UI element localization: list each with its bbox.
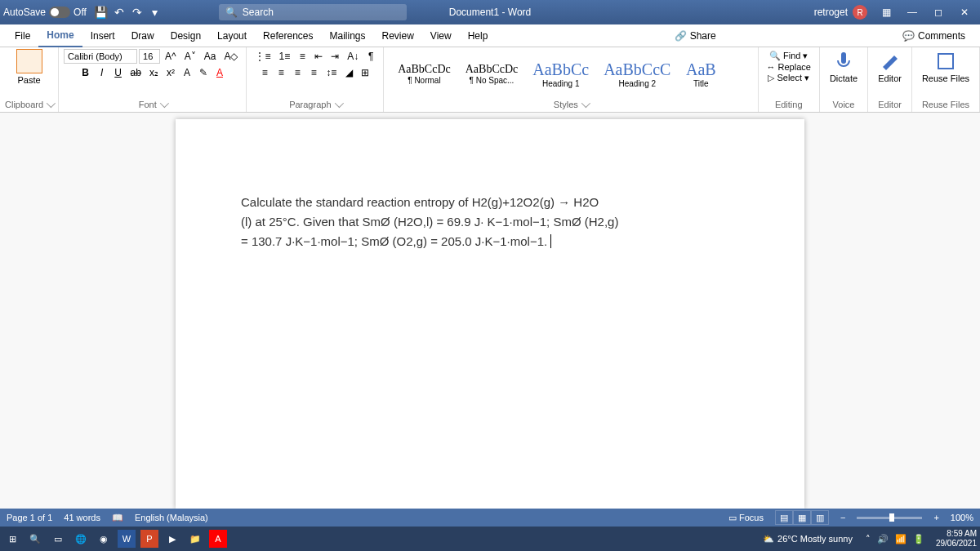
toggle-off-icon[interactable] bbox=[49, 7, 70, 18]
paste-label[interactable]: Paste bbox=[17, 75, 40, 85]
wifi-icon[interactable]: 📶 bbox=[895, 534, 906, 544]
page-indicator[interactable]: Page 1 of 1 bbox=[7, 513, 52, 522]
increase-indent-button[interactable]: ⇥ bbox=[327, 49, 342, 64]
shrink-font-button[interactable]: A˅ bbox=[181, 49, 199, 64]
search-box[interactable]: 🔍 Search bbox=[219, 4, 407, 20]
show-marks-button[interactable]: ¶ bbox=[363, 49, 378, 64]
multilevel-button[interactable]: ≡ bbox=[295, 49, 310, 64]
start-button[interactable]: ⊞ bbox=[3, 530, 21, 548]
align-right-button[interactable]: ≡ bbox=[290, 65, 305, 80]
paste-icon[interactable] bbox=[16, 49, 42, 73]
minimize-icon[interactable]: — bbox=[900, 4, 924, 20]
launcher-icon[interactable] bbox=[160, 99, 169, 108]
borders-button[interactable]: ⊞ bbox=[358, 65, 372, 80]
text-effects-button[interactable]: A bbox=[180, 65, 194, 80]
style-title[interactable]: AaBTitle bbox=[679, 56, 722, 92]
reuse-files-button[interactable]: Reuse Files bbox=[917, 49, 974, 99]
read-mode-icon[interactable]: ▤ bbox=[775, 510, 793, 525]
ribbon-options-icon[interactable]: ▦ bbox=[874, 4, 898, 20]
task-view-icon[interactable]: ▭ bbox=[49, 530, 67, 548]
align-center-button[interactable]: ≡ bbox=[274, 65, 288, 80]
editor-button[interactable]: Editor bbox=[873, 49, 906, 99]
explorer-icon[interactable]: 📁 bbox=[186, 530, 204, 548]
document-area[interactable]: Calculate the standard reaction entropy … bbox=[0, 113, 980, 509]
page[interactable]: Calculate the standard reaction entropy … bbox=[176, 119, 804, 509]
tab-layout[interactable]: Layout bbox=[209, 25, 255, 47]
close-icon[interactable]: ✕ bbox=[952, 4, 977, 20]
style--normal[interactable]: AaBbCcDc¶ Normal bbox=[392, 59, 457, 89]
tab-review[interactable]: Review bbox=[374, 25, 422, 47]
chrome-icon[interactable]: ◉ bbox=[95, 530, 113, 548]
battery-icon[interactable]: 🔋 bbox=[913, 534, 924, 544]
zoom-level[interactable]: 100% bbox=[951, 513, 973, 522]
spell-check-icon[interactable]: 📖 bbox=[112, 513, 123, 523]
web-layout-icon[interactable]: ▥ bbox=[811, 510, 829, 525]
zoom-in-button[interactable]: + bbox=[933, 513, 938, 522]
zoom-slider[interactable] bbox=[857, 517, 922, 519]
dictate-button[interactable]: Dictate bbox=[825, 49, 862, 99]
strike-button[interactable]: ab bbox=[127, 65, 145, 80]
underline-button[interactable]: U bbox=[111, 65, 126, 80]
launcher-icon[interactable] bbox=[47, 99, 56, 108]
tab-mailings[interactable]: Mailings bbox=[321, 25, 373, 47]
style--no-spac-[interactable]: AaBbCcDc¶ No Spac... bbox=[460, 59, 524, 89]
style-heading-1[interactable]: AaBbCcHeading 1 bbox=[527, 56, 595, 92]
acrobat-icon[interactable]: A bbox=[209, 530, 227, 548]
share-button[interactable]: 🔗 Share bbox=[666, 27, 724, 45]
autosave-toggle[interactable]: AutoSave Off bbox=[3, 7, 87, 18]
redo-icon[interactable]: ↷ bbox=[129, 4, 145, 20]
user-account[interactable]: retroget R bbox=[814, 5, 867, 20]
bullets-button[interactable]: ⋮≡ bbox=[252, 49, 274, 64]
launcher-icon[interactable] bbox=[334, 99, 343, 108]
replace-button[interactable]: ↔ Replace bbox=[767, 62, 811, 72]
clock[interactable]: 8:59 AM 29/06/2021 bbox=[936, 529, 977, 549]
tab-references[interactable]: References bbox=[255, 25, 321, 47]
superscript-button[interactable]: x² bbox=[163, 65, 178, 80]
decrease-indent-button[interactable]: ⇤ bbox=[311, 49, 326, 64]
print-layout-icon[interactable]: ▦ bbox=[793, 510, 811, 525]
sort-button[interactable]: A↓ bbox=[344, 49, 362, 64]
tab-file[interactable]: File bbox=[7, 25, 38, 47]
find-button[interactable]: 🔍 Find ▾ bbox=[769, 51, 808, 61]
word-icon[interactable]: W bbox=[118, 530, 136, 548]
grow-font-button[interactable]: A^ bbox=[162, 49, 180, 64]
justify-button[interactable]: ≡ bbox=[306, 65, 321, 80]
doc-line-3[interactable]: = 130.7 J·K−1·mol−1; SmØ (O2,g) = 205.0 … bbox=[241, 232, 739, 251]
tab-view[interactable]: View bbox=[422, 25, 460, 47]
style-heading-2[interactable]: AaBbCcCHeading 2 bbox=[598, 56, 676, 92]
tab-help[interactable]: Help bbox=[460, 25, 497, 47]
doc-line-1[interactable]: Calculate the standard reaction entropy … bbox=[241, 193, 739, 212]
change-case-button[interactable]: Aa bbox=[201, 49, 220, 64]
weather-widget[interactable]: ⛅ 26°C Mostly sunny bbox=[763, 534, 853, 544]
edge-icon[interactable]: 🌐 bbox=[72, 530, 90, 548]
launcher-icon[interactable] bbox=[581, 99, 590, 108]
focus-mode-button[interactable]: ▭ Focus bbox=[728, 513, 764, 523]
tab-insert[interactable]: Insert bbox=[82, 25, 123, 47]
line-spacing-button[interactable]: ↕≡ bbox=[323, 65, 340, 80]
doc-line-2[interactable]: (l) at 25°C. Given that SmØ (H2O,l) = 69… bbox=[241, 212, 739, 232]
comments-button[interactable]: 💬 Comments bbox=[894, 27, 973, 45]
tab-home[interactable]: Home bbox=[38, 24, 82, 47]
word-count[interactable]: 41 words bbox=[64, 513, 100, 522]
tab-draw[interactable]: Draw bbox=[123, 25, 163, 47]
select-button[interactable]: ▷ Select ▾ bbox=[768, 73, 809, 83]
font-color-button[interactable]: A bbox=[212, 65, 227, 80]
clear-format-button[interactable]: A◇ bbox=[220, 49, 241, 64]
highlight-button[interactable]: ✎ bbox=[196, 65, 211, 80]
powerpoint-icon[interactable]: P bbox=[140, 530, 158, 548]
undo-icon[interactable]: ↶ bbox=[111, 4, 127, 20]
movies-icon[interactable]: ▶ bbox=[163, 530, 181, 548]
font-size-select[interactable]: 16 bbox=[139, 49, 160, 64]
align-left-button[interactable]: ≡ bbox=[257, 65, 272, 80]
shading-button[interactable]: ◢ bbox=[341, 65, 356, 80]
font-name-select[interactable]: Calibri (Body) bbox=[64, 49, 137, 64]
search-taskbar-icon[interactable]: 🔍 bbox=[26, 530, 44, 548]
zoom-out-button[interactable]: − bbox=[840, 513, 845, 522]
qat-dropdown-icon[interactable]: ▾ bbox=[147, 4, 163, 20]
language-indicator[interactable]: English (Malaysia) bbox=[135, 513, 208, 522]
tray-chevron-icon[interactable]: ˄ bbox=[866, 534, 871, 544]
bold-button[interactable]: B bbox=[78, 65, 93, 80]
maximize-icon[interactable]: ◻ bbox=[926, 4, 951, 20]
volume-icon[interactable]: 🔊 bbox=[877, 534, 889, 544]
save-icon[interactable]: 💾 bbox=[93, 4, 109, 20]
